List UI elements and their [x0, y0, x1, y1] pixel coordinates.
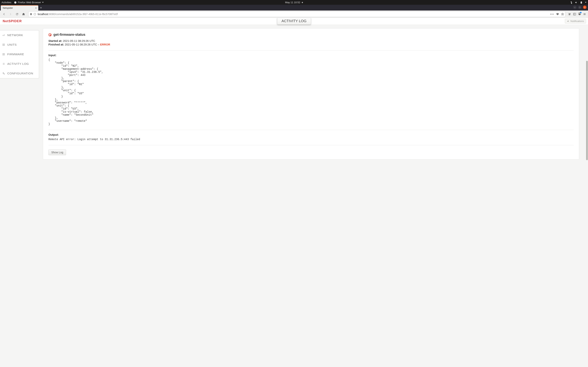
network-graph-icon	[2, 34, 5, 36]
sidebar-item-firmware[interactable]: FIRMWARE	[0, 50, 39, 59]
svg-rect-2	[573, 13, 576, 15]
clock[interactable]: May 11 10:52	[285, 1, 303, 4]
forward-button[interactable]	[8, 11, 13, 17]
sidebar-item-label: NETWORK	[7, 33, 23, 37]
reload-button[interactable]	[14, 11, 20, 17]
sidebar-item-label: ACTIVITY LOG	[7, 62, 29, 66]
svg-point-7	[4, 74, 5, 74]
command-card: get-firmware-status Started at: 2021-05-…	[43, 28, 579, 160]
output-body: Remote API error: Login attempt to 31.31…	[48, 138, 574, 141]
sidebar-item-units[interactable]: UNITS	[0, 40, 39, 50]
account-badge-icon	[580, 12, 581, 13]
browser-tabstrip: Netspider × + – □ ×	[0, 5, 588, 10]
system-menu-chevron-icon[interactable]	[585, 2, 587, 3]
divider	[48, 130, 574, 130]
window-maximize-button[interactable]: □	[578, 6, 581, 9]
pocket-icon[interactable]	[556, 13, 559, 16]
sidebar-item-label: FIRMWARE	[7, 53, 24, 56]
svg-point-6	[3, 73, 4, 74]
network-icon[interactable]	[570, 1, 573, 4]
volume-icon[interactable]	[575, 1, 578, 4]
notifications-button[interactable]: Notifications	[565, 19, 586, 24]
sidebar-item-network[interactable]: NETWORK	[0, 30, 39, 40]
account-icon[interactable]	[578, 12, 581, 16]
battery-icon[interactable]	[580, 1, 583, 4]
show-log-button[interactable]: Show Log	[48, 150, 66, 155]
main-content: get-firmware-status Started at: 2021-05-…	[39, 25, 588, 367]
app-header: NetSPIDER ACTIVITY LOG Notifications	[0, 18, 588, 25]
gears-icon	[2, 72, 5, 75]
app-menu[interactable]: Firefox Web Browser	[14, 1, 44, 4]
library-icon[interactable]	[568, 13, 571, 16]
tab-close-icon[interactable]: ×	[35, 7, 37, 9]
sidebar: NETWORK UNITS FIRMWARE ACTIVITY LOG CONF…	[0, 30, 39, 78]
notification-dot-icon	[302, 2, 303, 3]
list-icon	[2, 63, 5, 65]
input-label: Input:	[48, 53, 574, 57]
page-title-tab: ACTIVITY LOG	[277, 18, 311, 25]
app-logo[interactable]: NetSPIDER	[3, 19, 22, 23]
shield-icon	[30, 13, 32, 16]
status-badge: ERROR	[100, 43, 110, 46]
browser-navbar: localhost:8080/commands/ab99152a-3fd7-49…	[0, 10, 588, 18]
arrow-right-icon	[9, 13, 12, 16]
input-body: { "node": { "id": "N2", "management-addr…	[48, 58, 574, 125]
grid-icon	[2, 43, 5, 46]
home-button[interactable]	[21, 11, 26, 17]
command-name: get-firmware-status	[53, 33, 85, 37]
sidebar-item-label: CONFIGURATION	[7, 72, 33, 75]
megaphone-icon	[567, 20, 569, 22]
started-at-row: Started at: 2021-05-11 08:29:26 UTC	[48, 39, 574, 42]
sidebar-icon[interactable]	[573, 13, 576, 16]
url-path: :8080/commands/ab99152a-3fd7-49b5-811e-f…	[48, 13, 118, 16]
page-actions-icon[interactable]: •••	[550, 13, 554, 16]
url-host: localhost	[38, 13, 48, 16]
sidebar-item-activity-log[interactable]: ACTIVITY LOG	[0, 59, 39, 69]
firefox-icon	[14, 1, 17, 4]
divider	[48, 50, 574, 50]
svg-point-5	[579, 13, 580, 14]
home-icon	[22, 13, 25, 16]
hamburger-menu-icon[interactable]	[583, 13, 586, 16]
sidebar-item-label: UNITS	[7, 43, 17, 46]
reload-icon	[16, 13, 18, 16]
arrow-left-icon	[2, 13, 6, 16]
svg-point-0	[14, 1, 17, 4]
scrollbar-thumb[interactable]	[586, 61, 588, 160]
window-minimize-button[interactable]: –	[573, 6, 577, 9]
browser-tab[interactable]: Netspider ×	[1, 5, 38, 10]
new-tab-button[interactable]: +	[38, 5, 44, 10]
bookmark-star-icon[interactable]	[561, 13, 564, 16]
finished-at-row: Finished at: 2021-05-11 08:29:26 UTC – E…	[48, 43, 574, 46]
url-bar[interactable]: localhost:8080/commands/ab99152a-3fd7-49…	[28, 11, 565, 17]
output-label: Output:	[48, 133, 574, 136]
error-circle-icon	[48, 33, 52, 36]
back-button[interactable]	[1, 11, 7, 17]
tab-title: Netspider	[3, 7, 13, 9]
sidebar-item-configuration[interactable]: CONFIGURATION	[0, 69, 39, 78]
activities-button[interactable]: Activities	[1, 1, 11, 4]
grid-icon	[2, 53, 5, 56]
window-close-button[interactable]: ×	[583, 6, 587, 9]
app-root: NetSPIDER ACTIVITY LOG Notifications NET…	[0, 18, 588, 367]
chevron-down-icon	[42, 2, 44, 3]
app-menu-label: Firefox Web Browser	[18, 1, 41, 4]
svg-rect-1	[34, 13, 36, 15]
os-top-bar: Activities Firefox Web Browser May 11 10…	[0, 0, 588, 5]
page-info-icon	[34, 13, 36, 16]
